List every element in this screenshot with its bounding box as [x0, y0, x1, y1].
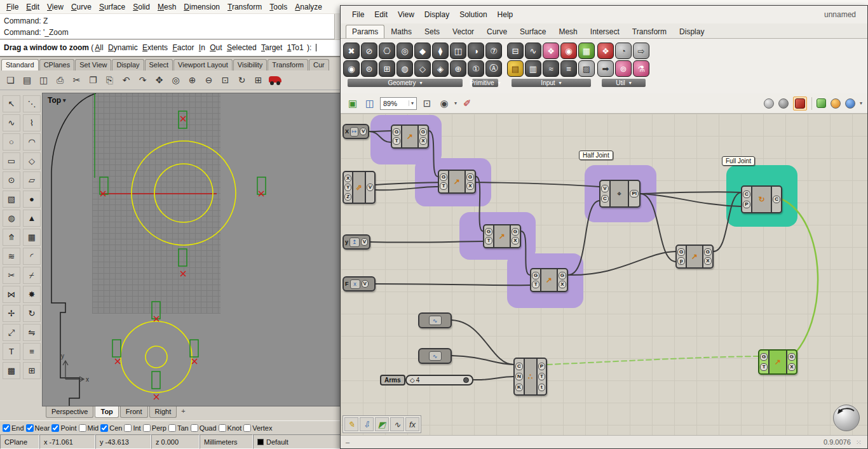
toolbar-tab-standard[interactable]: Standard [1, 59, 39, 70]
port-in-c[interactable]: C [743, 191, 750, 198]
gh-curve-param-node-1[interactable]: ∿ [418, 312, 452, 328]
layer-color-swatch[interactable] [257, 439, 264, 445]
eye-dropdown-icon[interactable]: ▾ [454, 100, 457, 106]
primitive-param-icon[interactable]: ① [468, 60, 484, 77]
prompt-option-factor[interactable]: Factor [172, 43, 194, 52]
curve-tool-icon[interactable]: ∿ [3, 114, 20, 131]
canvas-compass-widget[interactable] [833, 405, 860, 431]
arc-tool-icon[interactable]: ◠ [23, 133, 41, 151]
osnap-cen[interactable]: Cen [100, 424, 122, 432]
flask-icon[interactable]: ⚗ [633, 60, 649, 77]
rotate-tool-icon[interactable]: ↻ [23, 305, 41, 322]
point-tool-icon[interactable]: ⋱ [23, 95, 41, 112]
port-out-g[interactable]: G [704, 248, 712, 256]
hatch-param-icon[interactable]: ▨ [578, 60, 595, 77]
wire[interactable] [452, 356, 513, 365]
menu-mesh[interactable]: Mesh [154, 1, 180, 13]
geometry-param-icon[interactable]: ◈ [432, 60, 449, 77]
osnap-mid-checkbox[interactable] [79, 424, 86, 432]
wire[interactable] [452, 320, 513, 365]
gh-tab-display[interactable]: Display [673, 25, 710, 38]
port-in-g[interactable]: G [532, 272, 539, 279]
menu-analyze[interactable]: Analyze [291, 1, 326, 13]
wire[interactable] [369, 131, 391, 142]
viewport-title[interactable]: Top ▾ [48, 96, 66, 105]
prompt-option-out[interactable]: Out [210, 43, 222, 52]
gh-move-node-3[interactable]: GT ↗ GX [483, 224, 521, 248]
gh-menu-view[interactable]: View [393, 8, 419, 21]
list-param-icon[interactable]: ≈ [543, 60, 559, 77]
gh-menu-file[interactable]: File [347, 8, 369, 21]
slider-param-icon[interactable]: ⊟ [507, 43, 524, 59]
geometry-param-icon[interactable]: ⧫ [432, 43, 449, 59]
toolbar-tab-cur[interactable]: Cur [309, 59, 329, 70]
geometry-param-icon[interactable]: ◍ [397, 60, 413, 77]
expression-widget-icon[interactable]: fx [405, 417, 419, 431]
preview-widget-icon[interactable]: ◩ [375, 417, 389, 431]
split-tool-icon[interactable]: ⌿ [23, 267, 41, 284]
bottom-inner-circle[interactable] [146, 346, 167, 368]
osnap-near[interactable]: Near [26, 424, 50, 432]
toolbar-tab-select[interactable]: Select [145, 59, 173, 70]
zoom-icon[interactable]: ◎ [168, 72, 184, 88]
loft-tool-icon[interactable]: ≋ [3, 248, 20, 265]
port-out-p[interactable]: P [538, 363, 545, 370]
geometry-param-icon[interactable]: ◇ [414, 60, 431, 77]
osnap-vertex-checkbox[interactable] [243, 424, 251, 432]
relay-arrow-icon[interactable]: ◔ [615, 43, 632, 59]
slider-knob[interactable] [463, 377, 469, 383]
port-out-g[interactable]: G [788, 353, 796, 361]
port-out-v[interactable]: V [362, 280, 369, 288]
group-tag-half-joint[interactable]: Half Joint [579, 151, 613, 160]
mirror-tool-icon[interactable]: ⇋ [23, 324, 41, 341]
point-markers[interactable] [100, 116, 264, 399]
port-in-y[interactable]: Y [344, 184, 351, 191]
gh-move-node-selected[interactable]: GT ↗ GX [758, 349, 797, 375]
donut-icon[interactable]: ⊚ [615, 60, 632, 77]
gh-tab-curve[interactable]: Curve [480, 25, 513, 38]
wire[interactable] [370, 241, 483, 243]
osnap-knot[interactable]: Knot [219, 424, 242, 432]
cone-tool-icon[interactable]: ▲ [23, 210, 41, 227]
port-out-x[interactable]: X [788, 363, 796, 371]
text-tool-icon[interactable]: T [3, 343, 20, 360]
gh-menu-solution[interactable]: Solution [454, 8, 492, 21]
circle-tool-icon[interactable]: ○ [3, 133, 20, 151]
port-in-p[interactable]: P [743, 201, 750, 208]
menu-transform[interactable]: Transform [224, 1, 266, 13]
sphere-tool-icon[interactable]: ● [23, 191, 41, 208]
extrude-tool-icon[interactable]: ⤊ [3, 229, 20, 246]
profile-curve[interactable] [51, 93, 96, 406]
gh-tab-intersect[interactable]: Intersect [584, 25, 626, 38]
preview-shaded-icon[interactable] [795, 98, 805, 109]
wire[interactable] [376, 187, 438, 190]
scale-tool-icon[interactable]: ⤢ [3, 324, 20, 341]
port-in-g[interactable]: G [677, 248, 685, 256]
port-out-t[interactable]: T [538, 373, 545, 380]
polyline-tool-icon[interactable]: ⌇ [23, 114, 41, 131]
gh-tab-sets[interactable]: Sets [418, 25, 446, 38]
gh-menu-help[interactable]: Help [492, 8, 519, 21]
palette-group-label-primitive[interactable]: Primitive ▾ [472, 79, 498, 87]
new-viewport-tab-icon[interactable]: + [178, 406, 188, 415]
port-out-g[interactable]: G [512, 228, 519, 236]
viewport-tab-right[interactable]: Right [149, 406, 177, 418]
geometry-param-icon[interactable]: ⊞ [379, 60, 395, 77]
osnap-tan-checkbox[interactable] [168, 424, 176, 432]
command-history[interactable]: Command: Z Command: '_Zoom [0, 14, 341, 39]
menu-edit[interactable]: Edit [22, 1, 43, 13]
save-document-icon[interactable]: ◫ [363, 97, 377, 111]
status-units[interactable]: Millimeters [200, 434, 253, 449]
trim-tool-icon[interactable]: ✂ [3, 267, 20, 284]
osnap-end-checkbox[interactable] [3, 424, 10, 432]
osnap-perp-checkbox[interactable] [143, 424, 151, 432]
gh-canvas[interactable]: Half Joint Full Joint X ↦ V X Y Z ⇗ V [341, 114, 867, 436]
wire[interactable] [476, 177, 483, 231]
gh-menu-edit[interactable]: Edit [369, 8, 393, 21]
port-in-c[interactable]: C [515, 363, 523, 370]
prompt-option-target[interactable]: Target [261, 43, 282, 52]
canvas-settings-icon[interactable] [845, 98, 855, 109]
viewport-top[interactable]: y x Top ▾ [42, 93, 341, 406]
command-prompt[interactable]: Drag a window to zoom (All Dynamic Exten… [0, 40, 341, 57]
palette-group-label-geometry[interactable]: Geometry ▾ [348, 79, 463, 87]
